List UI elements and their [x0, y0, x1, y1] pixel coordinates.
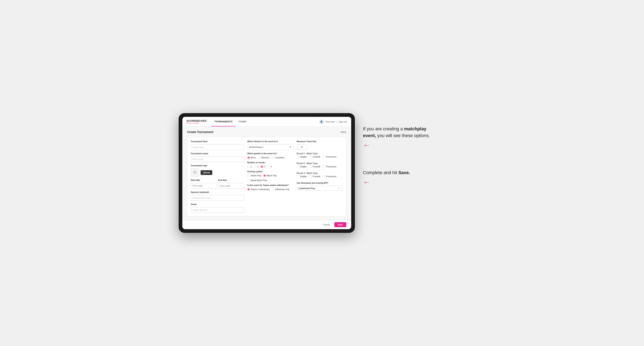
round1-singles[interactable]: Singles: [297, 156, 307, 158]
teams-individuals-radio[interactable]: [272, 188, 274, 191]
scoring-match-radio[interactable]: [263, 174, 266, 177]
max-team-size-input[interactable]: [297, 144, 307, 150]
round2-section: Round 2 - Match Type Singles Fourball: [297, 162, 343, 168]
gender-combined-radio[interactable]: [271, 156, 274, 159]
round-3-radio[interactable]: [261, 165, 263, 168]
annotation-bottom-text: Complete and hit Save.: [363, 169, 433, 176]
rounds-label: Number of rounds: [247, 162, 294, 164]
brand-title: SCOREBOARD: [186, 120, 207, 122]
round2-singles-radio[interactable]: [297, 165, 299, 168]
venue-label: Venue: [191, 203, 244, 205]
round2-fourball-radio[interactable]: [309, 165, 312, 168]
tab-teams[interactable]: TEAMS: [236, 117, 249, 127]
gender-womens[interactable]: Womens: [258, 156, 269, 159]
round3-foursomes[interactable]: Foursomes: [322, 175, 336, 178]
api-tag-expand[interactable]: ›: [340, 187, 341, 190]
brand-subtitle: Powered by clippit: [186, 122, 207, 124]
sponsor-input[interactable]: [191, 195, 244, 201]
back-link[interactable]: ‹ Back: [340, 131, 346, 133]
round-1[interactable]: 1: [247, 165, 252, 168]
sponsor-label: Sponsor (optional): [191, 191, 244, 193]
teams-label: Is this event for Teams and/or Individua…: [247, 184, 294, 186]
api-field: Use third-party live scoring API? Leader…: [297, 182, 343, 191]
teams-field: Is this event for Teams and/or Individua…: [247, 184, 294, 191]
gender-mens-radio[interactable]: [247, 156, 250, 159]
round2-foursomes[interactable]: Foursomes: [322, 165, 336, 168]
round1-foursomes[interactable]: Foursomes: [322, 156, 336, 158]
gender-label: Which gender is the event for?: [247, 153, 294, 155]
nav-tabs: TOURNAMENTS TEAMS: [212, 117, 249, 127]
gender-combined[interactable]: Combined: [271, 156, 284, 159]
sponsor-field: Sponsor (optional): [191, 191, 244, 201]
scoring-stroke-radio[interactable]: [247, 174, 250, 177]
scoring-stroke[interactable]: Stroke Play: [247, 174, 261, 177]
end-date-input[interactable]: [218, 183, 244, 189]
round1-fourball-radio[interactable]: [309, 156, 312, 158]
division-select[interactable]: NCAA Division I: [247, 144, 294, 150]
scoring-label: Scoring system: [247, 171, 294, 173]
max-team-size-field: Maximum Team Size: [297, 140, 343, 150]
tournament-name-label: Tournament name: [191, 153, 244, 155]
round1-singles-radio[interactable]: [297, 156, 299, 158]
round3-label: Round 3 - Match Type: [297, 172, 343, 174]
round1-fourball[interactable]: Fourball: [309, 156, 320, 158]
scoring-medal[interactable]: Medal Match Play: [247, 179, 267, 182]
round2-singles[interactable]: Singles: [297, 165, 307, 168]
venue-input[interactable]: [191, 207, 244, 213]
round-1-radio[interactable]: [247, 165, 250, 168]
annotations: If you are creating a matchplay event, y…: [363, 113, 466, 186]
round3-fourball-radio[interactable]: [309, 175, 312, 178]
api-tag-remove[interactable]: ×: [338, 187, 339, 190]
start-date-label: Start date: [191, 179, 216, 181]
annotation-top: If you are creating a matchplay event, y…: [363, 125, 466, 149]
round-3[interactable]: 3: [261, 165, 265, 168]
round2-foursomes-radio[interactable]: [322, 165, 325, 168]
round3-fourball[interactable]: Fourball: [309, 175, 320, 178]
scoring-medal-radio[interactable]: [247, 179, 250, 182]
tournament-name-field: Tournament name: [191, 153, 244, 162]
teams-teams-radio[interactable]: [247, 188, 250, 191]
bottom-arrow-icon: ←: [363, 178, 466, 186]
gender-field: Which gender is the event for? Mens Wome…: [247, 153, 294, 159]
round1-label: Round 1 - Match Type: [297, 153, 343, 155]
round-2[interactable]: 2: [254, 165, 258, 168]
annotation-top-text: If you are creating a matchplay event, y…: [363, 125, 433, 139]
api-tag: Leaderboard King × ›: [297, 186, 343, 191]
scoring-field: Scoring system Stroke Play Match Play: [247, 171, 294, 182]
logo-field-row: 🖼 Upload: [191, 169, 244, 176]
cancel-button[interactable]: Cancel: [320, 222, 332, 227]
gender-mens[interactable]: Mens: [247, 156, 256, 159]
round-4[interactable]: 4: [267, 165, 272, 168]
gender-womens-radio[interactable]: [258, 156, 260, 159]
division-label: Which division is the event for?: [247, 140, 294, 143]
round1-match-types: Singles Fourball Foursomes: [297, 156, 343, 158]
user-label: Test User: [326, 121, 335, 123]
round2-fourball[interactable]: Fourball: [309, 165, 320, 168]
brand: SCOREBOARD Powered by clippit: [186, 120, 207, 124]
rounds-field: Number of rounds 1 2: [247, 162, 294, 168]
signout-link[interactable]: Sign out: [339, 121, 347, 123]
scoring-match[interactable]: Match Play: [263, 174, 277, 177]
round3-foursomes-radio[interactable]: [322, 175, 325, 178]
save-button[interactable]: Save: [334, 222, 346, 227]
round3-singles-radio[interactable]: [297, 175, 299, 178]
upload-button[interactable]: Upload: [200, 170, 212, 175]
start-date-input[interactable]: [191, 183, 216, 189]
teams-individuals[interactable]: Individuals Only: [272, 188, 290, 191]
form-footer: Cancel Save: [182, 220, 351, 229]
date-row: Start date End date: [191, 179, 244, 189]
tournament-host-input[interactable]: [191, 144, 244, 150]
teams-teams[interactable]: Teams (+Individuals): [247, 188, 270, 191]
round-4-radio[interactable]: [267, 165, 270, 168]
round3-singles[interactable]: Singles: [297, 175, 307, 178]
start-date-field: Start date: [191, 179, 216, 189]
right-column: Maximum Team Size Round 1 - Match Type S…: [297, 140, 343, 213]
tournament-host-label: Tournament Host: [191, 140, 244, 143]
user-avatar: 👤: [319, 120, 324, 124]
round-2-radio[interactable]: [254, 165, 256, 168]
tournament-name-input[interactable]: [191, 156, 244, 162]
nav-separator: |: [336, 121, 337, 123]
rounds-radio-group: 1 2 3: [247, 165, 294, 168]
round1-foursomes-radio[interactable]: [322, 156, 325, 158]
tab-tournaments[interactable]: TOURNAMENTS: [212, 117, 236, 127]
